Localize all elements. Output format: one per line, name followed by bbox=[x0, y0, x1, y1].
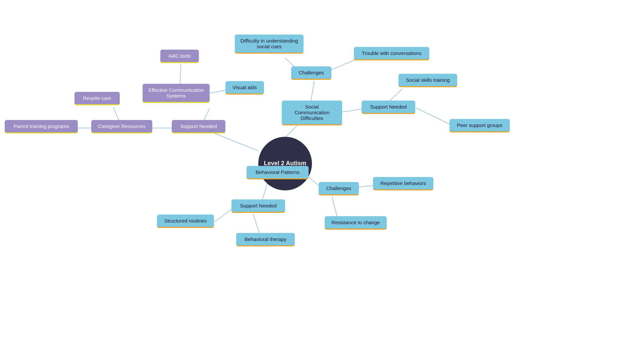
structured-routines-label: Structured routines bbox=[164, 218, 207, 224]
behavioral-therapy-node[interactable]: Behavioral therapy bbox=[236, 233, 295, 246]
trouble-conv-node[interactable]: Trouble with conversations bbox=[354, 47, 429, 60]
repetitive-label: Repetitive behaviors bbox=[380, 180, 426, 186]
parent-training-node[interactable]: Parent training programs bbox=[5, 120, 78, 133]
respite-node[interactable]: Respite care bbox=[74, 92, 120, 105]
behavioral-patterns-label: Behavioral Patterns bbox=[256, 169, 300, 175]
challenges-bottom-node[interactable]: Challenges bbox=[319, 182, 359, 195]
trouble-conv-label: Trouble with conversations bbox=[362, 50, 422, 56]
social-skills-node[interactable]: Social skills training bbox=[398, 74, 457, 87]
behavioral-patterns-node[interactable]: Behavioral Patterns bbox=[247, 166, 309, 179]
peer-support-label: Peer support groups bbox=[457, 122, 502, 128]
caregiver-label: Caregiver Resources bbox=[98, 123, 146, 129]
svg-line-13 bbox=[113, 107, 119, 121]
parent-training-label: Parent training programs bbox=[13, 123, 69, 129]
peer-support-node[interactable]: Peer support groups bbox=[449, 119, 510, 132]
support-needed-left-label: Support Needed bbox=[180, 123, 217, 129]
aac-tools-node[interactable]: AAC tools bbox=[160, 50, 199, 63]
resistance-node[interactable]: Resistance to change bbox=[325, 216, 387, 230]
aac-tools-label: AAC tools bbox=[168, 53, 191, 59]
support-needed-bottom-node[interactable]: Support Needed bbox=[231, 199, 285, 213]
center-node: Level 2 Autism bbox=[258, 137, 312, 190]
respite-label: Respite care bbox=[83, 95, 111, 101]
caregiver-node[interactable]: Caregiver Resources bbox=[91, 120, 152, 133]
social-skills-label: Social skills training bbox=[406, 77, 450, 83]
svg-line-10 bbox=[180, 64, 181, 85]
difficulty-social-node[interactable]: Difficulty in understandingsocial cues bbox=[235, 35, 304, 54]
challenges-top-node[interactable]: Challenges bbox=[291, 66, 331, 80]
eff-comm-node[interactable]: Effective CommunicationSystems bbox=[143, 84, 210, 103]
support-needed-top-node[interactable]: Support Needed bbox=[362, 101, 415, 114]
svg-line-7 bbox=[390, 88, 402, 101]
structured-routines-node[interactable]: Structured routines bbox=[157, 215, 214, 228]
support-needed-left-node[interactable]: Support Needed bbox=[172, 120, 225, 133]
resistance-label: Resistance to change bbox=[331, 220, 380, 225]
social-comm-node[interactable]: Social CommunicationDifficulties bbox=[282, 101, 342, 125]
challenges-top-label: Challenges bbox=[299, 70, 324, 75]
support-needed-bottom-label: Support Needed bbox=[240, 203, 276, 208]
visual-aids-node[interactable]: Visual aids bbox=[225, 81, 264, 95]
behavioral-therapy-label: Behavioral therapy bbox=[245, 236, 286, 242]
repetitive-node[interactable]: Repetitive behaviors bbox=[373, 177, 433, 190]
challenges-bottom-label: Challenges bbox=[326, 185, 351, 191]
visual-aids-label: Visual aids bbox=[232, 84, 257, 90]
svg-line-3 bbox=[311, 81, 314, 101]
svg-line-8 bbox=[416, 108, 454, 126]
eff-comm-label: Effective CommunicationSystems bbox=[148, 87, 204, 99]
social-comm-label: Social CommunicationDifficulties bbox=[287, 104, 337, 121]
support-needed-top-label: Support Needed bbox=[370, 104, 407, 110]
difficulty-social-label: Difficulty in understandingsocial cues bbox=[240, 38, 298, 49]
